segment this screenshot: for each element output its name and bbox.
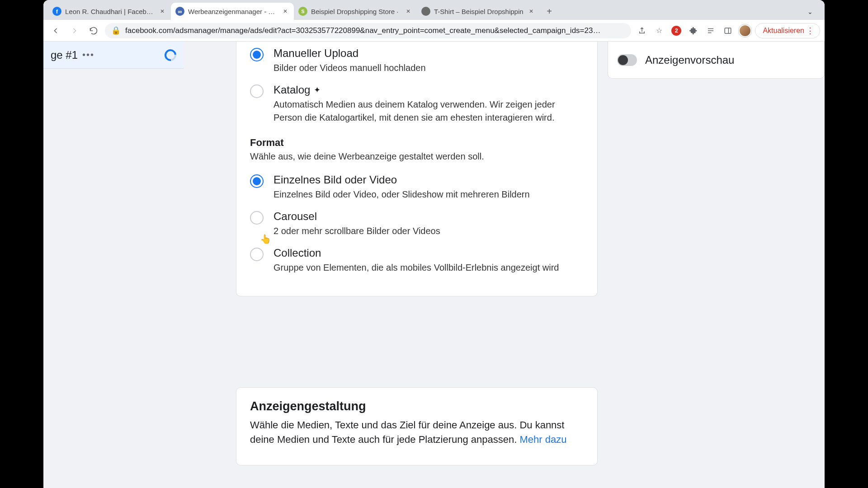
option-desc: 2 oder mehr scrollbare Bilder oder Video… [274,225,581,238]
option-desc: Bilder oder Videos manuell hochladen [274,61,581,75]
creative-desc: Wähle die Medien, Texte und das Ziel für… [250,418,576,447]
facebook-icon: f [52,7,61,16]
option-desc: Einzelnes Bild oder Video, oder Slidesho… [274,188,581,201]
extensions-icon[interactable] [686,23,701,38]
preview-card: Anzeigenvorschau [608,42,825,79]
option-title: Carousel [274,210,584,223]
browser-tab[interactable]: f Leon R. Chaudhari | Facebook ✕ [48,3,171,20]
update-label: Aktualisieren [763,27,804,35]
more-icon[interactable]: ••• [82,50,94,60]
address-bar[interactable]: 🔒 facebook.com/adsmanager/manage/ads/edi… [105,23,631,38]
radio-selected-icon[interactable] [250,174,264,188]
format-desc: Wähle aus, wie deine Werbeanzeige gestal… [236,149,597,168]
progress-icon [162,47,179,63]
store-icon [421,7,430,16]
option-title: Katalog ✦ [274,84,584,96]
shopify-icon: S [298,7,307,16]
tab-label: T-Shirt – Beispiel Dropshippin [434,8,524,15]
browser-tab[interactable]: S Beispiel Dropshipping Store · ✕ [294,3,417,20]
learn-more-link[interactable]: Mehr dazu [519,434,566,445]
tab-label: Beispiel Dropshipping Store · [311,8,401,15]
close-icon[interactable]: ✕ [281,6,289,16]
creative-card: Anzeigengestaltung Wähle die Medien, Tex… [236,387,598,465]
media-option-manual[interactable]: Manueller Upload Bilder oder Videos manu… [236,42,597,78]
preview-label: Anzeigenvorschau [645,54,734,66]
close-icon[interactable]: ✕ [404,6,412,16]
forward-button[interactable] [67,23,82,38]
ad-name-label: ge #1 [51,49,78,61]
creative-heading: Anzeigengestaltung [250,399,584,413]
radio-icon[interactable] [250,211,264,225]
radio-selected-icon[interactable] [250,48,264,61]
sparkle-icon: ✦ [314,85,321,95]
radio-icon[interactable] [250,84,264,98]
tab-label: Werbeanzeigenmanager - Wer [188,8,278,15]
url-text: facebook.com/adsmanager/manage/ads/edit?… [125,26,625,35]
lock-icon: 🔒 [111,26,121,35]
star-icon[interactable]: ☆ [652,23,666,38]
new-tab-button[interactable]: + [542,5,556,18]
tab-overflow-icon[interactable]: ⌄ [807,8,813,15]
media-option-catalog[interactable]: Katalog ✦ Automatisch Medien aus deinem … [236,78,597,128]
option-title: Einzelnes Bild oder Video [274,174,584,186]
tab-label: Leon R. Chaudhari | Facebook [65,8,155,15]
page-content: ge #1 ••• Manueller Upload Bilder oder V… [43,42,825,488]
update-button[interactable]: Aktualisieren ⋮ [755,23,820,38]
share-icon[interactable] [635,23,649,38]
meta-icon: ∞ [175,7,184,16]
option-desc: Gruppe von Elementen, die als mobiles Vo… [274,261,581,274]
browser-tab[interactable]: ∞ Werbeanzeigenmanager - Wer ✕ [171,3,294,20]
menu-icon: ⋮ [806,26,814,36]
preview-toggle[interactable] [617,54,637,66]
browser-tabbar: f Leon R. Chaudhari | Facebook ✕ ∞ Werbe… [43,0,825,20]
close-icon[interactable]: ✕ [527,6,535,16]
svg-rect-0 [725,28,731,33]
reload-button[interactable] [86,23,101,38]
close-icon[interactable]: ✕ [158,6,166,16]
ad-setup-card: Manueller Upload Bilder oder Videos manu… [236,42,598,296]
profile-avatar[interactable] [738,23,752,38]
format-option-single[interactable]: Einzelnes Bild oder Video Einzelnes Bild… [236,168,597,205]
format-option-collection[interactable]: Collection Gruppe von Elementen, die als… [236,241,597,278]
sidebar-item[interactable]: ge #1 ••• [43,42,184,69]
option-title: Manueller Upload [274,47,584,60]
browser-toolbar: 🔒 facebook.com/adsmanager/manage/ads/edi… [43,20,825,42]
radio-icon[interactable] [250,248,264,261]
option-title: Collection [274,247,584,259]
format-heading: Format [236,128,597,149]
back-button[interactable] [48,23,63,38]
sidepanel-icon[interactable] [721,23,735,38]
option-desc: Automatisch Medien aus deinem Katalog ve… [274,98,581,124]
browser-tab[interactable]: T-Shirt – Beispiel Dropshippin ✕ [417,3,540,20]
extension-badge[interactable]: 2 [669,23,684,38]
reading-list-icon[interactable] [703,23,718,38]
format-option-carousel[interactable]: Carousel 2 oder mehr scrollbare Bilder o… [236,205,597,241]
